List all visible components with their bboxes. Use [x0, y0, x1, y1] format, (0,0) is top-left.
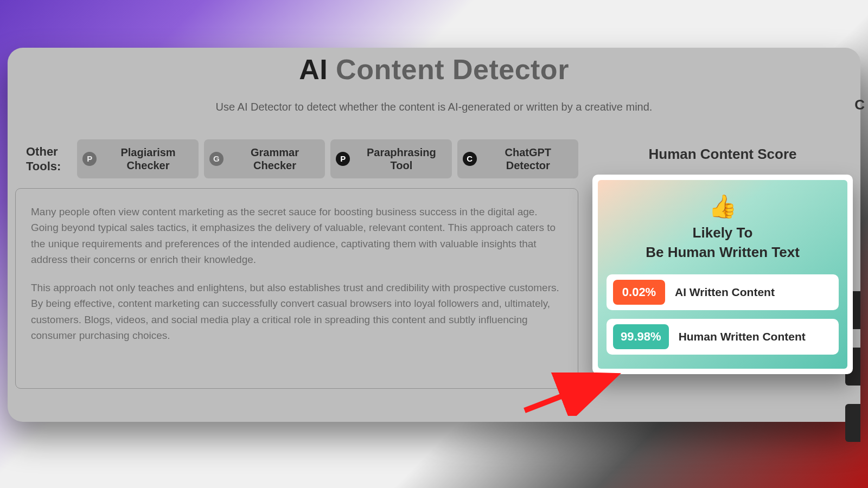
content-input[interactable]: Many people often view content marketing…: [15, 188, 578, 389]
tool-grammar-checker[interactable]: G Grammar Checker: [204, 139, 325, 178]
right-column: Human Content Score 👍 Likely To Be Human…: [592, 139, 853, 389]
badge-p-icon: P: [82, 152, 97, 166]
tool-plagiarism-checker[interactable]: P Plagiarism Checker: [77, 139, 198, 178]
tool-paraphrasing[interactable]: P Paraphrasing Tool: [330, 139, 451, 178]
badge-g-icon: G: [209, 152, 224, 166]
score-card: 👍 Likely To Be Human Written Text 0.02% …: [592, 175, 853, 374]
edge-tab[interactable]: [845, 404, 860, 442]
badge-c-icon: C: [463, 152, 477, 166]
tool-label: ChatGPT Detector: [483, 146, 573, 172]
ai-percent-badge: 0.02%: [613, 280, 665, 305]
content-row: OtherTools: P Plagiarism Checker G Gramm…: [15, 139, 853, 389]
input-paragraph: This approach not only teaches and enlig…: [31, 280, 563, 344]
ai-score-row: 0.02% AI Written Content: [607, 274, 839, 310]
tools-bar: OtherTools: P Plagiarism Checker G Gramm…: [15, 139, 578, 178]
human-score-label: Human Written Content: [679, 330, 806, 343]
title-rest: Content Detector: [328, 54, 569, 85]
tool-label: Grammar Checker: [230, 146, 320, 172]
human-score-row: 99.98% Human Written Content: [607, 319, 839, 355]
input-paragraph: Many people often view content marketing…: [31, 204, 563, 268]
tool-label: Paraphrasing Tool: [356, 146, 446, 172]
thumbs-up-icon: 👍: [607, 193, 839, 220]
page-title: AI Content Detector: [15, 48, 853, 86]
score-inner: 👍 Likely To Be Human Written Text 0.02% …: [598, 180, 847, 369]
app-panel: C AI Content Detector Use AI Detector to…: [8, 48, 860, 422]
badge-p-icon: P: [336, 152, 350, 166]
partial-glyph: C: [854, 97, 865, 113]
tool-chatgpt-detector[interactable]: C ChatGPT Detector: [457, 139, 578, 178]
left-column: OtherTools: P Plagiarism Checker G Gramm…: [15, 139, 578, 389]
human-percent-badge: 99.98%: [613, 324, 669, 349]
tool-label: Plagiarism Checker: [103, 146, 193, 172]
title-bold: AI: [299, 54, 328, 85]
verdict-text: Likely To Be Human Written Text: [607, 223, 839, 262]
score-heading: Human Content Score: [592, 146, 853, 163]
ai-score-label: AI Written Content: [675, 286, 775, 299]
tools-label: OtherTools:: [15, 144, 72, 174]
page-subtitle: Use AI Detector to detect whether the co…: [15, 101, 853, 113]
